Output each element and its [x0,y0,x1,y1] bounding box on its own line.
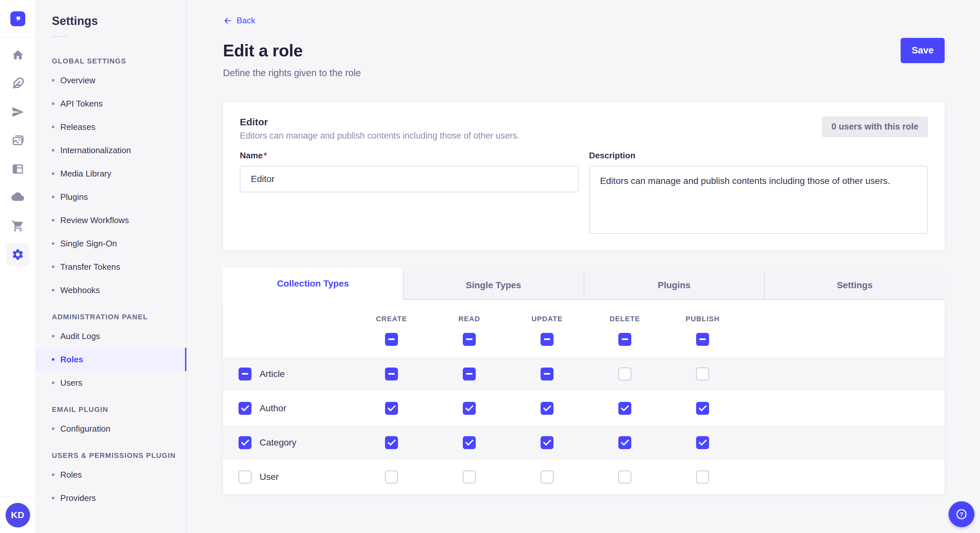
rail-bottom: KD [0,497,35,533]
role-description-textarea[interactable]: Editors can manage and publish contents … [589,166,928,234]
checkbox-all-read[interactable] [463,333,476,346]
checkbox-category-read[interactable] [463,436,476,449]
checkbox-row-article[interactable] [239,368,251,381]
checkbox-row-user[interactable] [239,471,251,484]
row-label: Article [259,369,285,379]
checkbox-category-delete[interactable] [618,436,631,449]
cart-icon[interactable] [6,214,30,238]
tab-plugins[interactable]: Plugins [584,271,764,300]
section-label: EMAIL PLUGIN [52,405,186,414]
sidebar-item-plugins[interactable]: Plugins [36,185,186,209]
checkbox-author-create[interactable] [385,402,398,415]
row-label: User [259,472,279,482]
table-row-article: Article [223,357,945,391]
checkbox-author-delete[interactable] [618,402,631,415]
bullet-icon [52,335,54,338]
column-header-delete: DELETE [586,315,664,323]
section-email-plugin: EMAIL PLUGIN Configuration [36,405,186,440]
sidebar-item-single-sign-on[interactable]: Single Sign-On [36,232,186,255]
arrow-left-icon [223,16,233,25]
sidebar-item-review-workflows[interactable]: Review Workflows [36,209,186,232]
sidebar-item-webhooks[interactable]: Webhooks [36,279,186,302]
sidebar-item-users[interactable]: Users [36,371,186,394]
main-content: Back Edit a role Save Define the rights … [187,0,980,533]
row-label: Author [259,403,286,414]
checkbox-author-publish[interactable] [696,402,709,415]
role-name-input[interactable] [240,166,579,192]
checkbox-row-category[interactable] [239,436,251,449]
avatar[interactable]: KD [5,503,30,528]
strapi-logo-icon [13,14,23,24]
checkbox-author-update[interactable] [541,402,554,415]
permissions-tabs: Collection Types Single Types Plugins Se… [223,268,945,300]
checkbox-all-publish[interactable] [696,333,709,346]
checkbox-article-publish[interactable] [696,368,709,381]
role-info-card: Editor Editors can manage and publish co… [223,102,945,250]
sidebar-item-roles-admin[interactable]: Roles [36,348,186,371]
checkbox-user-update[interactable] [541,471,554,484]
sidebar-item-roles-up[interactable]: Roles [36,463,186,486]
checkbox-article-create[interactable] [385,368,398,381]
page-subtitle: Define the rights given to the role [223,68,945,78]
required-asterisk: * [264,151,267,160]
feather-icon[interactable] [6,72,30,95]
checkbox-row-author[interactable] [239,402,251,415]
settings-subnav: Settings GLOBAL SETTINGS Overview API To… [36,0,187,533]
sidebar-item-providers[interactable]: Providers [36,486,186,510]
bullet-icon [52,265,54,268]
media-icon[interactable] [6,129,30,152]
subnav-title: Settings [52,14,186,28]
home-icon[interactable] [6,43,30,67]
sidebar-item-transfer-tokens[interactable]: Transfer Tokens [36,255,186,279]
tab-collection-types[interactable]: Collection Types [223,268,403,300]
sidebar-item-api-tokens[interactable]: API Tokens [36,92,186,115]
layout-icon[interactable] [6,157,30,181]
sidebar-item-media-library[interactable]: Media Library [36,162,186,185]
bullet-icon [52,358,54,361]
checkbox-article-read[interactable] [463,368,476,381]
checkbox-article-delete[interactable] [618,368,631,381]
bullet-icon [52,195,54,198]
help-button[interactable]: ? [948,501,975,527]
back-link[interactable]: Back [223,16,255,25]
sidebar-item-internationalization[interactable]: Internationalization [36,139,186,162]
cloud-icon[interactable] [6,186,30,209]
checkbox-article-update[interactable] [541,368,554,381]
help-icon: ? [955,507,969,521]
checkbox-user-publish[interactable] [696,471,709,484]
section-global-settings: GLOBAL SETTINGS Overview API Tokens Rele… [36,57,186,302]
bullet-icon [52,79,54,82]
checkbox-user-read[interactable] [463,471,476,484]
role-title: Editor [240,117,520,128]
checkbox-all-create[interactable] [385,333,398,346]
gear-icon[interactable] [6,243,30,266]
sidebar-item-configuration[interactable]: Configuration [36,417,186,440]
section-administration-panel: ADMINISTRATION PANEL Audit Logs Roles Us… [36,313,186,394]
checkbox-user-create[interactable] [385,471,398,484]
checkbox-all-update[interactable] [541,333,554,346]
checkbox-category-create[interactable] [385,436,398,449]
send-icon[interactable] [6,100,30,124]
page-title: Edit a role [223,41,303,60]
sidebar-item-overview[interactable]: Overview [36,69,186,92]
table-row-category: Category [223,425,945,460]
row-label: Category [259,438,296,448]
column-header-update: UPDATE [508,315,586,323]
tab-settings[interactable]: Settings [764,271,945,300]
section-users-permissions-plugin: USERS & PERMISSIONS PLUGIN Roles Provide… [36,451,186,510]
name-label: Name* [240,151,579,160]
checkbox-user-delete[interactable] [618,471,631,484]
strapi-logo[interactable] [10,11,25,26]
bullet-icon [52,473,54,476]
checkbox-all-delete[interactable] [618,333,631,346]
tab-single-types[interactable]: Single Types [403,271,583,300]
checkbox-category-publish[interactable] [696,436,709,449]
rail-nav [6,43,30,266]
column-header-read: READ [430,315,508,323]
checkbox-category-update[interactable] [541,436,554,449]
sidebar-item-audit-logs[interactable]: Audit Logs [36,324,186,348]
sidebar-item-releases[interactable]: Releases [36,115,186,139]
description-label: Description [589,151,928,160]
save-button[interactable]: Save [900,38,945,63]
checkbox-author-read[interactable] [463,402,476,415]
